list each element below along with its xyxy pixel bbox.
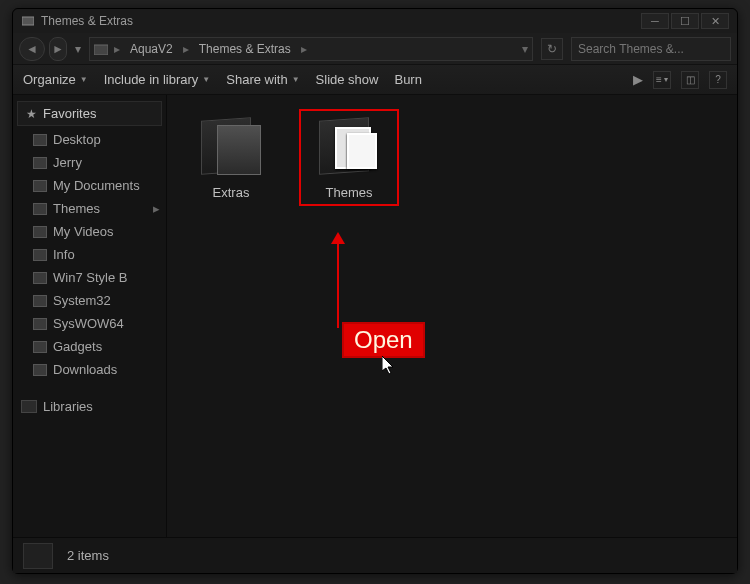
sidebar-item-info[interactable]: Info: [13, 243, 166, 266]
folder-icon: [33, 272, 47, 284]
minimize-button[interactable]: ─: [641, 13, 669, 29]
svg-rect-0: [22, 17, 34, 25]
folder-icon: [33, 295, 47, 307]
slide-show-button[interactable]: Slide show: [316, 72, 379, 87]
titlebar[interactable]: Themes & Extras ─ ☐ ✕: [13, 9, 737, 33]
window-title: Themes & Extras: [41, 14, 641, 28]
sidebar-item-jerry[interactable]: Jerry: [13, 151, 166, 174]
sidebar-item-system32[interactable]: System32: [13, 289, 166, 312]
maximize-button[interactable]: ☐: [671, 13, 699, 29]
folder-label: Extras: [213, 185, 250, 200]
history-dropdown[interactable]: ▾: [71, 37, 85, 61]
folder-icon: [33, 226, 47, 238]
svg-rect-1: [94, 45, 108, 55]
burn-button[interactable]: Burn: [394, 72, 421, 87]
folder-icon: [33, 249, 47, 261]
favorites-label: Favorites: [43, 106, 96, 121]
search-input[interactable]: [571, 37, 731, 61]
include-library-menu[interactable]: Include in library▼: [104, 72, 211, 87]
breadcrumb-separator: ▸: [301, 42, 307, 56]
libraries-label: Libraries: [43, 399, 93, 414]
sidebar-item-videos[interactable]: My Videos: [13, 220, 166, 243]
sidebar-item-gadgets[interactable]: Gadgets: [13, 335, 166, 358]
folder-icon: [195, 115, 267, 179]
organize-menu[interactable]: Organize▼: [23, 72, 88, 87]
share-with-menu[interactable]: Share with▼: [226, 72, 299, 87]
folder-label: Themes: [326, 185, 373, 200]
folder-icon: [33, 134, 47, 146]
folder-icon: [313, 115, 385, 179]
folder-icon: [94, 43, 108, 55]
star-icon: ★: [26, 107, 37, 121]
libraries-icon: [21, 400, 37, 413]
breadcrumb-separator: ▸: [114, 42, 120, 56]
breadcrumb-separator: ▸: [183, 42, 189, 56]
sidebar-item-win7style[interactable]: Win7 Style B: [13, 266, 166, 289]
folder-icon: [33, 364, 47, 376]
toolbar: Organize▼ Include in library▼ Share with…: [13, 65, 737, 95]
libraries-header[interactable]: Libraries: [13, 395, 166, 418]
back-button[interactable]: ◄: [19, 37, 45, 61]
folder-icon: [33, 180, 47, 192]
sidebar-item-downloads[interactable]: Downloads: [13, 358, 166, 381]
content-pane[interactable]: Extras Themes: [167, 95, 737, 537]
sidebar-item-desktop[interactable]: Desktop: [13, 128, 166, 151]
window-body: ★ Favorites Desktop Jerry My Documents T…: [13, 95, 737, 537]
folder-icon: [33, 203, 47, 215]
sidebar-item-documents[interactable]: My Documents: [13, 174, 166, 197]
status-text: 2 items: [67, 548, 109, 563]
status-bar: 2 items: [13, 537, 737, 573]
breadcrumb-item-root[interactable]: AquaV2: [126, 42, 177, 56]
address-dropdown-icon[interactable]: ▾: [522, 42, 528, 56]
play-icon[interactable]: ▶: [633, 72, 643, 87]
close-button[interactable]: ✕: [701, 13, 729, 29]
breadcrumb-item-current[interactable]: Themes & Extras: [195, 42, 295, 56]
window-icon: [21, 14, 35, 28]
preview-pane-button[interactable]: ◫: [681, 71, 699, 89]
refresh-button[interactable]: ↻: [541, 38, 563, 60]
folder-icon: [33, 157, 47, 169]
explorer-window: Themes & Extras ─ ☐ ✕ ◄ ► ▾ ▸ AquaV2 ▸ T…: [12, 8, 738, 574]
forward-button[interactable]: ►: [49, 37, 67, 61]
navigation-pane: ★ Favorites Desktop Jerry My Documents T…: [13, 95, 167, 537]
folder-icon: [33, 341, 47, 353]
annotation-line: [337, 238, 339, 328]
view-options-button[interactable]: ≡▾: [653, 71, 671, 89]
address-bar[interactable]: ▸ AquaV2 ▸ Themes & Extras ▸ ▾: [89, 37, 533, 61]
navigation-bar: ◄ ► ▾ ▸ AquaV2 ▸ Themes & Extras ▸ ▾ ↻: [13, 33, 737, 65]
folder-icon: [33, 318, 47, 330]
window-controls: ─ ☐ ✕: [641, 13, 729, 29]
annotation-open-label: Open: [342, 322, 425, 358]
status-icon: [23, 543, 53, 569]
sidebar-item-themes[interactable]: Themes▸: [13, 197, 166, 220]
favorites-header[interactable]: ★ Favorites: [17, 101, 162, 126]
folder-extras[interactable]: Extras: [181, 109, 281, 206]
help-button[interactable]: ?: [709, 71, 727, 89]
sidebar-item-syswow64[interactable]: SysWOW64: [13, 312, 166, 335]
folder-themes[interactable]: Themes: [299, 109, 399, 206]
